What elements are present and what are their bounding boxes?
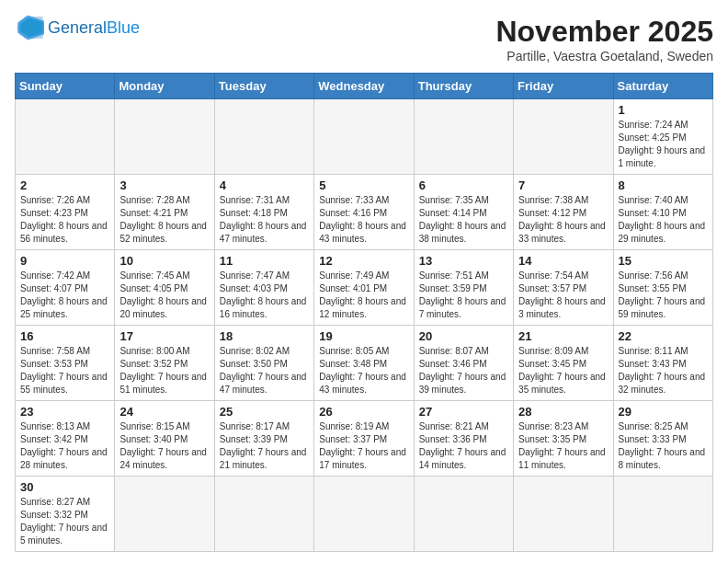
calendar-cell: 13Sunrise: 7:51 AM Sunset: 3:59 PM Dayli… (414, 250, 513, 326)
calendar-cell: 10Sunrise: 7:45 AM Sunset: 4:05 PM Dayli… (115, 250, 214, 326)
day-number: 24 (119, 405, 209, 419)
day-info: Sunrise: 8:09 AM Sunset: 3:45 PM Dayligh… (518, 345, 608, 396)
calendar-cell: 18Sunrise: 8:02 AM Sunset: 3:50 PM Dayli… (214, 326, 313, 401)
day-info: Sunrise: 7:51 AM Sunset: 3:59 PM Dayligh… (419, 270, 508, 321)
calendar-cell: 30Sunrise: 8:27 AM Sunset: 3:32 PM Dayli… (16, 477, 115, 552)
day-info: Sunrise: 7:45 AM Sunset: 4:05 PM Dayligh… (119, 270, 209, 321)
day-number: 15 (619, 254, 708, 268)
calendar-cell: 12Sunrise: 7:49 AM Sunset: 4:01 PM Dayli… (314, 250, 414, 326)
day-info: Sunrise: 8:07 AM Sunset: 3:46 PM Dayligh… (419, 345, 508, 396)
day-info: Sunrise: 8:17 AM Sunset: 3:39 PM Dayligh… (220, 420, 309, 472)
calendar-cell: 9Sunrise: 7:42 AM Sunset: 4:07 PM Daylig… (16, 250, 115, 326)
day-number: 3 (119, 178, 209, 192)
calendar-cell: 17Sunrise: 8:00 AM Sunset: 3:52 PM Dayli… (115, 326, 214, 401)
calendar-cell (514, 477, 613, 552)
calendar-cell: 28Sunrise: 8:23 AM Sunset: 3:35 PM Dayli… (514, 401, 613, 477)
day-info: Sunrise: 7:33 AM Sunset: 4:16 PM Dayligh… (319, 194, 408, 246)
day-info: Sunrise: 8:02 AM Sunset: 3:50 PM Dayligh… (220, 345, 309, 396)
day-info: Sunrise: 8:25 AM Sunset: 3:33 PM Dayligh… (619, 420, 708, 472)
day-number: 29 (619, 405, 708, 419)
day-number: 10 (119, 254, 209, 268)
calendar-cell: 15Sunrise: 7:56 AM Sunset: 3:55 PM Dayli… (613, 250, 712, 326)
day-number: 2 (20, 178, 109, 192)
weekday-header-monday: Monday (115, 74, 214, 99)
calendar-table: SundayMondayTuesdayWednesdayThursdayFrid… (15, 73, 713, 552)
calendar-cell: 3Sunrise: 7:28 AM Sunset: 4:21 PM Daylig… (115, 175, 214, 250)
weekday-header-friday: Friday (514, 74, 613, 99)
day-number: 22 (619, 329, 708, 343)
day-info: Sunrise: 7:58 AM Sunset: 3:53 PM Dayligh… (20, 345, 109, 396)
calendar-cell: 1Sunrise: 7:24 AM Sunset: 4:25 PM Daylig… (613, 99, 712, 175)
day-number: 21 (518, 329, 608, 343)
day-number: 19 (319, 329, 408, 343)
day-info: Sunrise: 8:05 AM Sunset: 3:48 PM Dayligh… (319, 345, 408, 396)
weekday-header-thursday: Thursday (414, 74, 513, 99)
location-title: Partille, Vaestra Goetaland, Sweden (495, 49, 713, 63)
calendar-cell: 19Sunrise: 8:05 AM Sunset: 3:48 PM Dayli… (314, 326, 414, 401)
day-info: Sunrise: 7:38 AM Sunset: 4:12 PM Dayligh… (518, 194, 608, 246)
weekday-header-saturday: Saturday (613, 74, 712, 99)
day-number: 26 (319, 405, 408, 419)
logo: GeneralBlue (15, 15, 140, 40)
calendar-cell: 20Sunrise: 8:07 AM Sunset: 3:46 PM Dayli… (414, 326, 513, 401)
calendar-cell: 27Sunrise: 8:21 AM Sunset: 3:36 PM Dayli… (414, 401, 513, 477)
calendar-cell: 4Sunrise: 7:31 AM Sunset: 4:18 PM Daylig… (214, 175, 313, 250)
day-info: Sunrise: 7:35 AM Sunset: 4:14 PM Dayligh… (419, 194, 508, 246)
calendar-cell: 25Sunrise: 8:17 AM Sunset: 3:39 PM Dayli… (214, 401, 313, 477)
day-number: 17 (119, 329, 209, 343)
calendar-cell (314, 99, 414, 175)
day-info: Sunrise: 8:00 AM Sunset: 3:52 PM Dayligh… (119, 345, 209, 396)
day-info: Sunrise: 7:54 AM Sunset: 3:57 PM Dayligh… (518, 270, 608, 321)
calendar-week-row: 23Sunrise: 8:13 AM Sunset: 3:42 PM Dayli… (16, 401, 713, 477)
day-info: Sunrise: 7:24 AM Sunset: 4:25 PM Dayligh… (619, 119, 708, 170)
weekday-header-wednesday: Wednesday (314, 74, 414, 99)
day-number: 7 (518, 178, 608, 192)
page-header: GeneralBlue November 2025 Partille, Vaes… (15, 15, 713, 63)
calendar-cell: 22Sunrise: 8:11 AM Sunset: 3:43 PM Dayli… (613, 326, 712, 401)
calendar-cell (414, 477, 513, 552)
calendar-cell (115, 477, 214, 552)
calendar-cell (16, 99, 115, 175)
weekday-header-sunday: Sunday (16, 74, 115, 99)
calendar-cell: 29Sunrise: 8:25 AM Sunset: 3:33 PM Dayli… (613, 401, 712, 477)
calendar-cell: 2Sunrise: 7:26 AM Sunset: 4:23 PM Daylig… (16, 175, 115, 250)
calendar-cell: 23Sunrise: 8:13 AM Sunset: 3:42 PM Dayli… (16, 401, 115, 477)
day-number: 5 (319, 178, 408, 192)
day-number: 11 (220, 254, 309, 268)
calendar-cell: 11Sunrise: 7:47 AM Sunset: 4:03 PM Dayli… (214, 250, 313, 326)
calendar-week-row: 1Sunrise: 7:24 AM Sunset: 4:25 PM Daylig… (16, 99, 713, 175)
day-info: Sunrise: 7:31 AM Sunset: 4:18 PM Dayligh… (220, 194, 309, 246)
day-info: Sunrise: 7:40 AM Sunset: 4:10 PM Dayligh… (619, 194, 708, 246)
day-number: 18 (220, 329, 309, 343)
day-number: 13 (419, 254, 508, 268)
calendar-cell (214, 99, 313, 175)
calendar-cell: 8Sunrise: 7:40 AM Sunset: 4:10 PM Daylig… (613, 175, 712, 250)
calendar-cell (414, 99, 513, 175)
month-title: November 2025 (495, 15, 713, 49)
day-info: Sunrise: 8:13 AM Sunset: 3:42 PM Dayligh… (20, 420, 109, 472)
day-number: 4 (220, 178, 309, 192)
calendar-week-row: 2Sunrise: 7:26 AM Sunset: 4:23 PM Daylig… (16, 175, 713, 250)
day-info: Sunrise: 8:15 AM Sunset: 3:40 PM Dayligh… (119, 420, 209, 472)
calendar-week-row: 16Sunrise: 7:58 AM Sunset: 3:53 PM Dayli… (16, 326, 713, 401)
calendar-cell: 5Sunrise: 7:33 AM Sunset: 4:16 PM Daylig… (314, 175, 414, 250)
calendar-cell (514, 99, 613, 175)
calendar-cell: 26Sunrise: 8:19 AM Sunset: 3:37 PM Dayli… (314, 401, 414, 477)
day-info: Sunrise: 7:28 AM Sunset: 4:21 PM Dayligh… (119, 194, 209, 246)
day-number: 25 (220, 405, 309, 419)
day-number: 27 (419, 405, 508, 419)
day-number: 9 (20, 254, 109, 268)
day-number: 30 (20, 480, 109, 494)
day-info: Sunrise: 7:26 AM Sunset: 4:23 PM Dayligh… (20, 194, 109, 246)
day-info: Sunrise: 8:19 AM Sunset: 3:37 PM Dayligh… (319, 420, 408, 472)
day-number: 28 (518, 405, 608, 419)
calendar-week-row: 9Sunrise: 7:42 AM Sunset: 4:07 PM Daylig… (16, 250, 713, 326)
calendar-cell: 24Sunrise: 8:15 AM Sunset: 3:40 PM Dayli… (115, 401, 214, 477)
calendar-header-row: SundayMondayTuesdayWednesdayThursdayFrid… (16, 74, 713, 99)
calendar-cell: 21Sunrise: 8:09 AM Sunset: 3:45 PM Dayli… (514, 326, 613, 401)
day-number: 14 (518, 254, 608, 268)
calendar-cell: 16Sunrise: 7:58 AM Sunset: 3:53 PM Dayli… (16, 326, 115, 401)
day-number: 1 (619, 103, 708, 117)
day-info: Sunrise: 7:47 AM Sunset: 4:03 PM Dayligh… (220, 270, 309, 321)
day-info: Sunrise: 8:21 AM Sunset: 3:36 PM Dayligh… (419, 420, 508, 472)
